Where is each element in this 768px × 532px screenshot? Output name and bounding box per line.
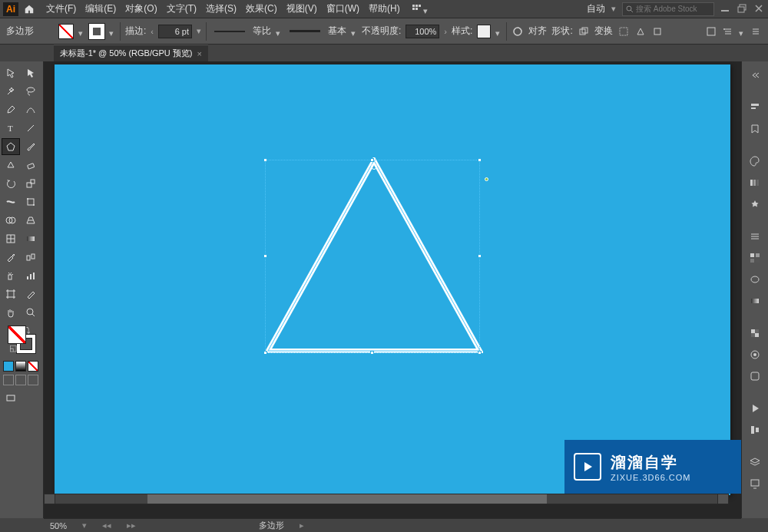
asset-export-panel-icon[interactable]	[746, 474, 764, 493]
scroll-right-icon[interactable]	[717, 494, 728, 504]
artboard-nav-next-icon[interactable]: ▸▸	[127, 520, 136, 530]
swap-fill-stroke-icon[interactable]: ⤵	[26, 325, 34, 335]
stroke-swatch[interactable]	[89, 24, 104, 39]
minimize-icon[interactable]	[720, 4, 731, 15]
shape-builder-tool[interactable]	[2, 212, 20, 229]
artboard-tool[interactable]	[2, 286, 20, 302]
transform-icon-1[interactable]	[617, 25, 630, 38]
eyedropper-tool[interactable]	[2, 249, 20, 266]
chevron-down-icon[interactable]: ▾	[495, 28, 502, 35]
arrange-icon[interactable]	[722, 25, 734, 38]
artboard-nav-prev-icon[interactable]: ◂◂	[102, 520, 111, 530]
shape-mode-icon[interactable]	[578, 25, 590, 38]
lasso-tool[interactable]	[22, 83, 40, 100]
zoom-tool[interactable]	[22, 304, 40, 321]
scale-tool[interactable]	[22, 175, 40, 192]
isolate-icon[interactable]	[705, 25, 717, 38]
graphic-styles-panel-icon[interactable]	[746, 367, 764, 385]
gradient-tool[interactable]	[22, 230, 40, 247]
stroke-weight-input[interactable]	[158, 25, 192, 38]
chevron-down-icon[interactable]: ▾	[423, 6, 429, 12]
color-mode-normal[interactable]	[3, 361, 14, 372]
symbols-panel-icon[interactable]	[746, 195, 764, 213]
direct-selection-tool[interactable]	[22, 64, 40, 81]
stroke-profile[interactable]	[211, 26, 248, 37]
width-tool[interactable]	[2, 193, 20, 210]
restore-icon[interactable]	[737, 4, 748, 15]
fill-indicator[interactable]	[8, 325, 26, 344]
transparency-panel-icon[interactable]	[746, 324, 764, 342]
transform-icon-3[interactable]	[651, 25, 664, 38]
handle-sw[interactable]	[263, 351, 267, 355]
chevron-down-icon[interactable]: ▾	[197, 26, 201, 36]
workspace-switcher-icon[interactable]	[411, 3, 423, 15]
style-label[interactable]: 样式:	[452, 25, 472, 38]
type-tool[interactable]: T	[2, 120, 20, 137]
stroke-panel-icon[interactable]	[746, 227, 764, 246]
horizontal-scrollbar[interactable]	[44, 494, 729, 504]
pen-tool[interactable]	[2, 101, 20, 118]
draw-normal-icon[interactable]	[3, 375, 14, 385]
canvas[interactable]: 溜溜自学 ZIXUE.3D66.COM	[44, 61, 741, 518]
tab-document[interactable]: 未标题-1* @ 50% (RGB/GPU 预览) ×	[54, 45, 208, 61]
close-icon[interactable]	[754, 4, 765, 15]
chevron-right-icon[interactable]: ▸	[300, 520, 304, 530]
fill-swatch[interactable]	[58, 24, 74, 39]
column-graph-tool[interactable]	[22, 267, 40, 284]
appearance-panel-icon[interactable]	[746, 345, 764, 364]
color-panel-icon[interactable]	[746, 152, 764, 170]
chevron-down-icon[interactable]: ▾	[739, 28, 745, 35]
stepper-down-icon[interactable]: ‹	[151, 27, 154, 36]
chevron-down-icon[interactable]: ▾	[82, 520, 87, 530]
brush-def[interactable]	[286, 26, 323, 37]
draw-behind-icon[interactable]	[15, 375, 26, 385]
menu-window[interactable]: 窗口(W)	[322, 2, 364, 15]
rotate-tool[interactable]	[2, 175, 20, 192]
color-mode-gradient[interactable]	[15, 361, 26, 372]
handle-se[interactable]	[478, 351, 482, 355]
layout-mode-label[interactable]: 自动	[587, 2, 605, 15]
fill-stroke-indicator[interactable]: ⤵ ◱	[8, 325, 35, 353]
chevron-down-icon[interactable]: ▾	[611, 4, 616, 14]
chevron-down-icon[interactable]: ▾	[109, 28, 115, 35]
zoom-level[interactable]: 50%	[50, 521, 67, 530]
libraries-panel-icon[interactable]	[746, 120, 764, 138]
align-panel-icon[interactable]	[746, 421, 764, 439]
handle-w[interactable]	[263, 254, 267, 258]
shape-mode-label[interactable]: 形状:	[551, 25, 572, 38]
curvature-tool[interactable]	[22, 101, 40, 118]
layers-panel-icon[interactable]	[746, 453, 764, 471]
menu-edit[interactable]: 编辑(E)	[81, 2, 121, 15]
close-icon[interactable]: ×	[197, 49, 202, 58]
symbol-sprayer-tool[interactable]	[2, 267, 20, 284]
mesh-tool[interactable]	[2, 230, 20, 247]
scroll-thumb[interactable]	[147, 494, 547, 504]
line-tool[interactable]	[22, 120, 40, 137]
menu-effect[interactable]: 效果(C)	[241, 2, 282, 15]
color-guide-panel-icon[interactable]	[746, 173, 764, 192]
menu-help[interactable]: 帮助(H)	[364, 2, 405, 15]
paintbrush-tool[interactable]	[22, 138, 40, 155]
transform-label[interactable]: 变换	[594, 25, 613, 38]
brushes-panel-icon[interactable]	[746, 270, 764, 289]
play-panel-icon[interactable]	[746, 399, 764, 418]
chevron-down-icon[interactable]: ▾	[78, 28, 84, 35]
handle-ne[interactable]	[478, 158, 482, 162]
chevron-right-icon[interactable]: ›	[444, 27, 447, 36]
align-label[interactable]: 对齐	[528, 25, 547, 38]
menu-view[interactable]: 视图(V)	[282, 2, 322, 15]
home-icon[interactable]	[23, 4, 35, 15]
blend-tool[interactable]	[22, 249, 40, 266]
chevron-down-icon[interactable]: ▾	[351, 28, 357, 35]
opacity-input[interactable]	[406, 25, 439, 38]
style-swatch[interactable]	[477, 25, 491, 38]
draw-inside-icon[interactable]	[28, 375, 38, 385]
menu-object[interactable]: 对象(O)	[121, 2, 161, 15]
chevron-down-icon[interactable]: ▾	[276, 28, 282, 35]
panel-menu-icon[interactable]	[750, 25, 762, 38]
eraser-tool[interactable]	[22, 157, 40, 173]
screen-mode-tool[interactable]	[2, 390, 20, 407]
selection-tool[interactable]	[2, 64, 20, 81]
magic-wand-tool[interactable]	[2, 83, 20, 100]
hand-tool[interactable]	[2, 304, 20, 321]
